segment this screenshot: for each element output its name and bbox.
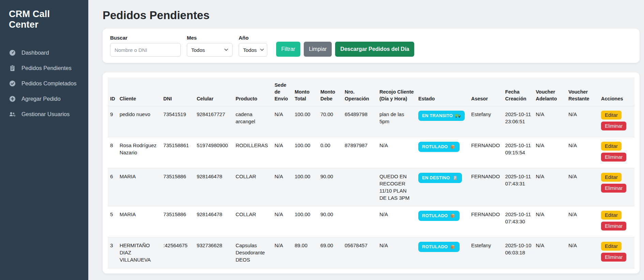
- month-select[interactable]: Todos: [187, 43, 233, 57]
- cell-acciones: EditarEliminar: [601, 237, 634, 268]
- col-header-monto-debe: Monto Debe: [320, 78, 345, 106]
- col-header-nro-operacion: Nro. Operación: [345, 78, 379, 106]
- sidebar: CRM Call Center DashboardPedidos Pendien…: [0, 0, 88, 280]
- sidebar-item-dashboard[interactable]: Dashboard: [0, 45, 88, 60]
- cell-estado: EN DESTINO: [418, 168, 471, 206]
- delete-button[interactable]: Eliminar: [601, 153, 626, 162]
- cell-id: 3: [108, 237, 120, 268]
- estado-badge: ROTULADO: [418, 242, 460, 252]
- cell-id: 5: [108, 206, 120, 237]
- cell-recojo: plan de las 5pm: [379, 106, 418, 137]
- cell-producto: cadena arcangel: [236, 106, 274, 137]
- download-orders-button[interactable]: Descargar Pedidos del Día: [335, 42, 414, 57]
- delete-button[interactable]: Eliminar: [601, 122, 626, 130]
- cell-monto-debe: 69.00: [320, 237, 345, 268]
- col-header-asesor: Asesor: [471, 78, 505, 106]
- cell-dni: 73541519: [163, 106, 197, 137]
- cell-monto-debe: 90.00: [320, 206, 345, 237]
- edit-button[interactable]: Editar: [601, 111, 621, 120]
- cell-monto-total: 100.00: [295, 168, 320, 206]
- chevron-down-icon: [260, 48, 264, 51]
- cell-monto-debe: 90.00: [320, 168, 345, 206]
- building-icon: [452, 176, 458, 180]
- edit-button[interactable]: Editar: [601, 211, 621, 220]
- estado-label: EN TRANSITO: [422, 113, 453, 119]
- search-input[interactable]: [110, 43, 181, 57]
- package-icon: [450, 213, 456, 218]
- estado-badge: ROTULADO: [418, 142, 460, 152]
- cell-monto-debe: 70.00: [320, 106, 345, 137]
- col-header-acciones: Acciones: [601, 78, 634, 106]
- cell-voucher-restante: N/A: [568, 137, 601, 168]
- cell-acciones: EditarEliminar: [601, 106, 634, 137]
- cell-cliente: MARIA: [120, 206, 163, 237]
- sidebar-item-pedidos-completados[interactable]: Pedidos Completados: [0, 76, 88, 91]
- cell-nro-operacion: 65489798: [345, 106, 379, 137]
- edit-button[interactable]: Editar: [601, 173, 621, 182]
- cell-nro-operacion: [345, 206, 379, 237]
- cell-voucher-adelanto: N/A: [536, 137, 568, 168]
- col-header-voucher-adelanto: Voucher Adelanto: [536, 78, 568, 106]
- cell-fecha: 2025-10-11 23:06:51: [505, 106, 536, 137]
- table-row: 9pedido nuevo735415199284167727cadena ar…: [108, 106, 634, 137]
- package-icon: [450, 144, 456, 149]
- estado-badge: EN TRANSITO: [418, 111, 465, 121]
- month-group: Mes Todos: [187, 35, 233, 57]
- cell-dni: :42564675: [163, 237, 197, 268]
- cell-cliente: MARIA: [120, 168, 163, 206]
- table-header-row: IDClienteDNICelularProductoSede de Envío…: [108, 78, 634, 106]
- cell-voucher-adelanto: N/A: [536, 106, 568, 137]
- cell-cliente: Rosa Rodríguez Nazario: [120, 137, 163, 168]
- cell-id: 9: [108, 106, 120, 137]
- table-body: 9pedido nuevo735415199284167727cadena ar…: [108, 106, 634, 268]
- edit-button[interactable]: Editar: [601, 142, 621, 151]
- cell-sede: N/A: [274, 137, 295, 168]
- sidebar-item-gestionar-usuarios[interactable]: Gestionar Usuarios: [0, 107, 88, 122]
- cell-producto: COLLAR: [236, 206, 274, 237]
- sidebar-item-pedidos-pendientes[interactable]: Pedidos Pendientes: [0, 60, 88, 76]
- truck-icon: [455, 113, 461, 118]
- cell-cliente: HERMITAÑO DIAZ VILLANUEVA: [120, 237, 163, 268]
- clear-button[interactable]: Limpiar: [304, 42, 332, 57]
- col-header-id: ID: [108, 78, 120, 106]
- cell-producto: Capsulas Desodorante DEOS: [236, 237, 274, 268]
- table-row: 6MARIA73515886928146478COLLARN/A100.0090…: [108, 168, 634, 206]
- edit-button[interactable]: Editar: [601, 242, 621, 251]
- delete-button[interactable]: Eliminar: [601, 253, 626, 262]
- filter-button[interactable]: Filtrar: [276, 42, 300, 57]
- cell-celular: 928146478: [197, 168, 236, 206]
- cell-sede: N/A: [274, 168, 295, 206]
- cell-cliente: pedido nuevo: [120, 106, 163, 137]
- cell-monto-total: 89.00: [295, 237, 320, 268]
- cell-voucher-adelanto: N/A: [536, 206, 568, 237]
- cell-dni: 735158861: [163, 137, 197, 168]
- cell-estado: ROTULADO: [418, 206, 471, 237]
- col-header-producto: Producto: [236, 78, 274, 106]
- cell-nro-operacion: [345, 168, 379, 206]
- cell-sede: N/A: [274, 106, 295, 137]
- chevron-down-icon: [224, 48, 228, 51]
- cell-fecha: 2025-10-11 07:43:31: [505, 168, 536, 206]
- estado-label: EN DESTINO: [422, 175, 450, 181]
- users-gear-icon: [9, 111, 16, 117]
- sidebar-item-label: Pedidos Completados: [21, 80, 76, 87]
- sidebar-item-label: Pedidos Pendientes: [21, 65, 72, 71]
- sidebar-item-agregar-pedido[interactable]: Agregar Pedido: [0, 91, 88, 107]
- cell-monto-total: 100.00: [295, 106, 320, 137]
- col-header-celular: Celular: [197, 78, 236, 106]
- cell-estado: ROTULADO: [418, 137, 471, 168]
- col-header-voucher-restante: Voucher Restante: [568, 78, 601, 106]
- sidebar-item-label: Gestionar Usuarios: [21, 111, 70, 117]
- year-select-value: Todos: [243, 47, 257, 53]
- delete-button[interactable]: Eliminar: [601, 222, 626, 230]
- cell-asesor: Estefany: [471, 106, 505, 137]
- app-title: CRM Call Center: [0, 0, 88, 33]
- year-select[interactable]: Todos: [239, 43, 267, 57]
- cell-acciones: EditarEliminar: [601, 206, 634, 237]
- year-label: Año: [239, 35, 267, 41]
- table-row: 5MARIA73515886928146478COLLARN/A100.0090…: [108, 206, 634, 237]
- col-header-sede-de-envio: Sede de Envío: [274, 78, 295, 106]
- cell-recojo: N/A: [379, 237, 418, 268]
- cell-nro-operacion: 05678457: [345, 237, 379, 268]
- delete-button[interactable]: Eliminar: [601, 184, 626, 193]
